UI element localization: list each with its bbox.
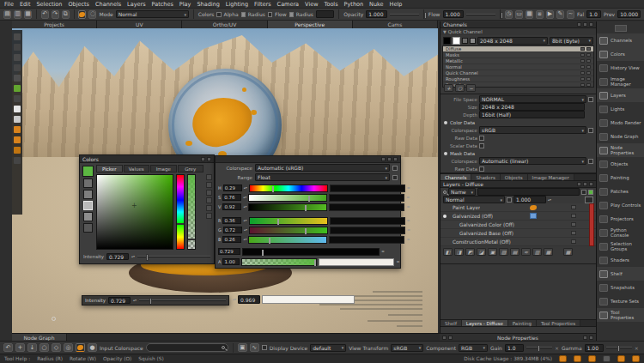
palette-item-layers[interactable]: Layers [597,88,644,102]
intensity-field[interactable]: 0.729 [106,253,129,260]
status-orange-icon[interactable] [588,355,596,362]
palette-item-texture-sets[interactable]: Texture Sets [597,294,644,308]
value-slider[interactable] [248,203,327,211]
status-orange-icon[interactable] [632,355,640,362]
layer-action-button[interactable]: ◪ [477,248,486,256]
hue-strip[interactable] [176,174,185,250]
palette-item-node-properties[interactable]: Node Properties [597,143,644,157]
saturation-field[interactable]: 0.76 [222,194,241,201]
mini-button[interactable] [206,213,212,219]
opacity-slider[interactable] [390,14,419,15]
current-layer-radio[interactable] [443,215,447,218]
palette-item-painting[interactable]: Painting [597,171,644,185]
copy-icon[interactable]: ⧉ [62,10,70,19]
grey-swatch[interactable] [470,38,476,44]
colors-panel-titlebar[interactable]: Colors [80,155,214,163]
floating-intensity-field[interactable]: 0.729 [108,297,131,304]
add-channel-button[interactable]: + [444,84,453,92]
intensity-value-slider[interactable] [242,248,380,256]
tool-icon-orange[interactable] [14,147,21,154]
palette-item-projectors[interactable]: Projectors [597,212,644,226]
pan-icon[interactable]: + [15,343,25,352]
palette-item-play-controls[interactable]: Play Controls [597,198,644,212]
status-orange-icon[interactable] [559,355,567,362]
open-project-icon[interactable]: ▥ [14,10,21,19]
raw-data-checkbox[interactable] [479,136,484,141]
menu-channels[interactable]: Channels [95,1,121,8]
menu-patches[interactable]: Patches [152,1,173,8]
dock-tab-objects[interactable]: Objects [501,174,528,180]
tab-uv[interactable]: UV [97,21,182,28]
flow-field[interactable]: 1.000 [443,10,465,18]
status-orange-icon[interactable] [574,355,581,362]
filter-option-button[interactable] [581,190,586,195]
component-select[interactable]: RGB▾ [459,344,488,352]
palette-item-node-graph[interactable]: Node Graph [597,130,644,143]
menu-camera[interactable]: Camera [277,1,300,8]
curve-icon[interactable]: ~ [567,10,574,19]
intensity-slider[interactable] [137,256,210,257]
redo-icon[interactable]: ↷ [52,10,59,19]
new-project-icon[interactable]: ▤ [3,10,11,19]
layer-action-button[interactable]: ≈ [521,248,531,256]
panel-window-buttons[interactable] [381,157,398,161]
stack-icon[interactable]: ⧈ [536,10,544,19]
value-field[interactable]: 0.92 [222,203,241,210]
palette-item-snapshots[interactable]: Snapshots [597,281,644,294]
tool-icon-orange[interactable] [14,136,21,143]
gamma-field[interactable]: 1.00 [585,344,604,352]
paint-node-icon[interactable] [76,343,85,352]
blend-mode-select[interactable]: Normal▾ [443,196,505,203]
palettes-header[interactable] [597,23,644,33]
tab-ortho-uv[interactable]: Ortho/UV [182,21,267,28]
dock-tab-painting[interactable]: Painting [508,320,537,326]
menu-edit[interactable]: Edit [20,1,31,8]
gain-slider[interactable] [526,347,552,348]
menu-nuke[interactable]: Nuke [369,1,384,8]
layers-titlebar[interactable]: Layers - Diffuse [440,181,596,188]
palette-item-selection-groups[interactable]: Selection Groups [597,239,644,253]
palette-item-python-console[interactable]: Python Console [597,226,644,239]
tool-icon[interactable] [14,157,21,164]
mini-button[interactable] [206,190,212,196]
dock-tab-channels[interactable]: Channels [440,174,471,180]
channel-row[interactable]: Masks [443,52,593,58]
gamma-reset-icon[interactable]: × [635,345,639,351]
color-data-section[interactable]: Color Data [440,118,596,126]
layer-action-button[interactable]: ◩ [465,248,475,256]
blue-field[interactable]: 0.26 [222,236,241,243]
menu-view[interactable]: View [305,1,318,8]
play-icon[interactable]: ▶ [546,10,554,19]
grey-swatch[interactable] [83,212,93,221]
checker-icon[interactable]: ▦ [526,10,533,19]
channel-row[interactable]: Normal [443,64,593,70]
tab-picker[interactable]: Picker [96,165,123,172]
mini-button[interactable] [206,197,212,203]
active-color-swatch[interactable] [82,166,94,177]
menu-selection[interactable]: Selection [36,1,62,8]
menu-lighting[interactable]: Lighting [226,1,248,8]
colorspace-select[interactable]: Automatic (sRGB)▾ [255,164,390,172]
display-device-select[interactable]: default▾ [310,344,346,352]
color-editor-titlebar[interactable] [216,156,400,163]
grey-swatch[interactable] [83,190,93,199]
layer-visibility-toggle[interactable] [571,222,576,227]
mini-button[interactable] [206,174,212,180]
palette-item-colors[interactable]: Colors [597,47,644,61]
grey-swatch[interactable] [83,201,93,210]
grey-swatch[interactable] [83,223,93,233]
hue-slider[interactable] [249,185,328,192]
white-swatch[interactable] [453,37,460,45]
dock-tab-tool-properties[interactable]: Tool Properties [537,320,580,326]
menu-layers[interactable]: Layers [127,1,146,8]
channel-size-select[interactable]: 2048 x 2048▾ [477,37,548,45]
opacity-field[interactable]: 1.000 [366,10,387,18]
layers-scrollbar[interactable] [589,203,594,246]
red-field[interactable]: 0.36 [222,217,241,224]
filter-green-toggle[interactable] [588,190,593,195]
dock-tab-shaders[interactable]: Shaders [471,174,500,180]
radius2-checkbox[interactable] [289,12,294,17]
layer-row-paint[interactable]: Paint Layer [440,203,596,212]
palette-item-channels[interactable]: Channels [597,33,644,47]
layer-action-button[interactable]: ▤ [510,248,519,256]
